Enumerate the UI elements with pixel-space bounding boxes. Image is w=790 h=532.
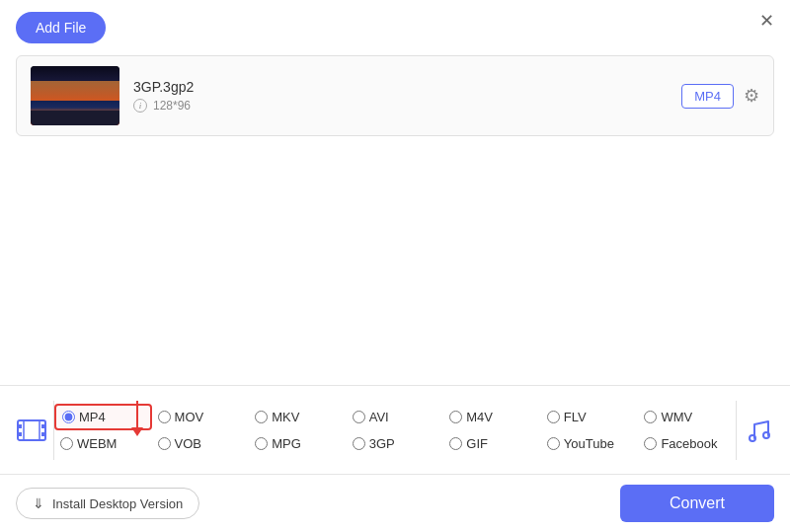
format-label-flv: FLV bbox=[564, 410, 587, 424]
svg-rect-3 bbox=[41, 424, 45, 428]
file-resolution: 128*96 bbox=[153, 99, 191, 113]
convert-button[interactable]: Convert bbox=[620, 485, 774, 522]
download-icon: ⇓ bbox=[33, 495, 44, 511]
format-grid: MP4 MOV MKV AVI M4V FLV bbox=[54, 400, 736, 461]
settings-icon[interactable]: ⚙ bbox=[744, 85, 759, 107]
format-option-vob[interactable]: VOB bbox=[152, 430, 250, 457]
svg-rect-0 bbox=[18, 420, 45, 440]
file-list: 3GP.3gp2 i 128*96 MP4 ⚙ bbox=[16, 55, 774, 136]
svg-rect-2 bbox=[18, 432, 22, 436]
format-option-gif[interactable]: GIF bbox=[443, 430, 541, 457]
format-option-avi[interactable]: AVI bbox=[347, 404, 444, 430]
format-tabs: MP4 MOV MKV AVI M4V FLV bbox=[0, 386, 790, 475]
install-desktop-button[interactable]: ⇓ Install Desktop Version bbox=[16, 488, 199, 519]
format-label-3gp: 3GP bbox=[369, 436, 395, 451]
format-label-mkv: MKV bbox=[272, 410, 299, 424]
header: Add File ✕ bbox=[0, 0, 790, 55]
format-option-webm[interactable]: WEBM bbox=[54, 430, 152, 457]
format-label-wmv: WMV bbox=[661, 410, 692, 424]
format-option-wmv[interactable]: WMV bbox=[638, 404, 736, 430]
file-meta: i 128*96 bbox=[133, 99, 668, 113]
format-option-m4v[interactable]: M4V bbox=[443, 404, 541, 430]
audio-format-tab[interactable] bbox=[737, 396, 780, 465]
format-badge-button[interactable]: MP4 bbox=[681, 84, 734, 109]
file-item: 3GP.3gp2 i 128*96 MP4 ⚙ bbox=[17, 56, 773, 135]
file-name: 3GP.3gp2 bbox=[133, 79, 668, 95]
close-button[interactable]: ✕ bbox=[759, 12, 774, 30]
format-label-webm: WEBM bbox=[77, 436, 117, 451]
format-option-3gp[interactable]: 3GP bbox=[347, 430, 444, 457]
format-label-youtube: YouTube bbox=[564, 436, 614, 451]
format-label-facebook: Facebook bbox=[661, 436, 717, 451]
format-area: MP4 MOV MKV AVI M4V FLV bbox=[0, 385, 790, 532]
format-option-mpg[interactable]: MPG bbox=[249, 430, 347, 457]
video-format-tab[interactable] bbox=[10, 396, 53, 465]
format-option-youtube[interactable]: YouTube bbox=[541, 430, 639, 457]
format-label-mp4: MP4 bbox=[79, 410, 106, 424]
install-label: Install Desktop Version bbox=[52, 496, 183, 511]
bottom-bar: ⇓ Install Desktop Version Convert bbox=[0, 475, 790, 532]
svg-rect-1 bbox=[18, 424, 22, 428]
svg-rect-4 bbox=[41, 432, 45, 436]
format-option-mp4[interactable]: MP4 bbox=[54, 404, 152, 430]
file-actions: MP4 ⚙ bbox=[681, 84, 759, 109]
svg-point-8 bbox=[763, 432, 769, 438]
file-thumbnail bbox=[31, 66, 119, 125]
file-info: 3GP.3gp2 i 128*96 bbox=[133, 79, 668, 113]
svg-point-7 bbox=[750, 435, 755, 441]
format-label-avi: AVI bbox=[369, 410, 389, 424]
format-option-facebook[interactable]: Facebook bbox=[638, 430, 736, 457]
format-label-m4v: M4V bbox=[466, 410, 493, 424]
format-label-vob: VOB bbox=[175, 436, 201, 451]
format-option-mov[interactable]: MOV bbox=[152, 404, 250, 430]
format-label-gif: GIF bbox=[466, 436, 488, 451]
format-option-flv[interactable]: FLV bbox=[541, 404, 639, 430]
film-icon bbox=[16, 415, 47, 446]
music-icon bbox=[745, 417, 772, 444]
info-icon: i bbox=[133, 99, 147, 113]
format-label-mpg: MPG bbox=[272, 436, 301, 451]
thumbnail-image bbox=[31, 66, 119, 125]
format-label-mov: MOV bbox=[175, 410, 204, 424]
add-file-button[interactable]: Add File bbox=[16, 12, 106, 43]
format-option-mkv[interactable]: MKV bbox=[249, 404, 347, 430]
